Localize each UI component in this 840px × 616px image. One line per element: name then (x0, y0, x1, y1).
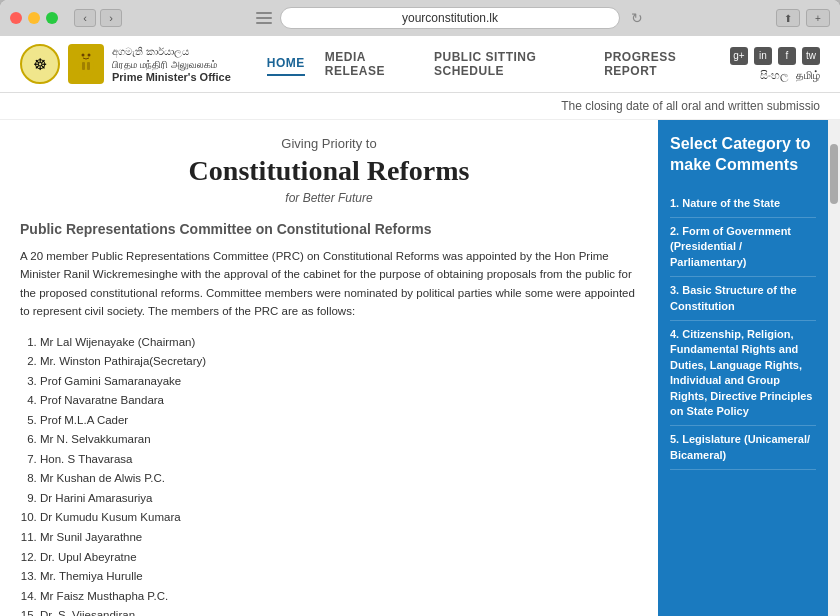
lion-icon (68, 44, 104, 84)
close-button[interactable] (10, 12, 22, 24)
sidebar-category-3[interactable]: 3. Basic Structure of the Constitution (670, 277, 816, 321)
list-item: Dr Harini Amarasuriya (40, 489, 638, 509)
list-item: Mr Lal Wijenayake (Chairman) (40, 333, 638, 353)
sinhala-text-line1: අගමැති කාර්යාලය (112, 45, 231, 58)
nav-home[interactable]: HOME (267, 52, 305, 76)
list-item: Mr. Winston Pathiraja(Secretary) (40, 352, 638, 372)
menu-icon[interactable] (256, 12, 272, 24)
sidebar-category-5[interactable]: 5. Legislature (Unicameral/ Bicameral) (670, 426, 816, 470)
sidebar-category-4[interactable]: 4. Citizenship, Religion, Fundamental Ri… (670, 321, 816, 426)
logo-area: ☸ අගමැති කාර්යාලය பிரதம மந்திரி (20, 44, 231, 84)
language-buttons: සිංහල தமிழ் (760, 69, 820, 82)
page-subtitle: Giving Priority to (20, 136, 638, 151)
social-icons: g+ in f tw (730, 47, 820, 65)
svg-rect-2 (82, 62, 85, 70)
list-item: Dr. Upul Abeyratne (40, 548, 638, 568)
share-button[interactable]: ⬆ (776, 9, 800, 27)
page-title: Constitutional Reforms (20, 155, 638, 187)
announcement-bar: The closing date of all oral and written… (0, 93, 840, 120)
list-item: Hon. S Thavarasa (40, 450, 638, 470)
back-button[interactable]: ‹ (74, 9, 96, 27)
list-item: Dr Kumudu Kusum Kumara (40, 508, 638, 528)
browser-window: ‹ › yourconstitution.lk ↻ ⬆ + ☸ (0, 0, 840, 616)
logo-text: අගමැති කාර්යාලය பிரதம மந்திரி அலுவலகம் P… (112, 45, 231, 83)
website-content: ☸ අගමැති කාර්යාලය பிரதம மந்திரி (0, 36, 840, 616)
list-item: Prof Navaratne Bandara (40, 391, 638, 411)
emblem-icon: ☸ (20, 44, 60, 84)
scrollbar[interactable] (828, 120, 840, 616)
nav-media-release[interactable]: MEDIA RELEASE (325, 46, 414, 82)
lang-tamil-btn[interactable]: தமிழ் (796, 69, 820, 82)
members-list: Mr Lal Wijenayake (Chairman) Mr. Winston… (20, 333, 638, 616)
list-item: Prof Gamini Samaranayake (40, 372, 638, 392)
nav-progress-report[interactable]: PROGRESS REPORT (604, 46, 714, 82)
scrollbar-thumb[interactable] (830, 144, 838, 204)
address-bar[interactable]: yourconstitution.lk (280, 7, 620, 29)
list-item: Mr Faisz Musthapha P.C. (40, 587, 638, 607)
svg-point-4 (82, 54, 85, 57)
sidebar-title: Select Category to make Comments (670, 134, 816, 176)
list-item: Mr Kushan de Alwis P.C. (40, 469, 638, 489)
list-item: Mr Sunil Jayarathne (40, 528, 638, 548)
svg-point-5 (88, 54, 91, 57)
svg-point-1 (79, 49, 93, 63)
section-heading: Public Representations Committee on Cons… (20, 221, 638, 237)
google-plus-icon[interactable]: g+ (730, 47, 748, 65)
list-item: Prof M.L.A Cader (40, 411, 638, 431)
page-tagline: for Better Future (20, 191, 638, 205)
svg-rect-3 (87, 62, 90, 70)
twitter-icon[interactable]: tw (802, 47, 820, 65)
forward-button[interactable]: › (100, 9, 122, 27)
nav-public-sitting[interactable]: PUBLIC SITTING SCHEDULE (434, 46, 584, 82)
lang-sinhala-btn[interactable]: සිංහල (760, 69, 788, 82)
browser-titlebar: ‹ › yourconstitution.lk ↻ ⬆ + (0, 0, 840, 36)
category-sidebar: Select Category to make Comments 1. Natu… (658, 120, 828, 616)
content-area: Giving Priority to Constitutional Reform… (0, 120, 658, 616)
list-item: Mr. Themiya Hurulle (40, 567, 638, 587)
new-tab-button[interactable]: + (806, 9, 830, 27)
announcement-text: The closing date of all oral and written… (561, 99, 820, 113)
address-bar-container: yourconstitution.lk ↻ (130, 7, 768, 29)
tamil-text-line2: பிரதம மந்திரி அலுவலகம் (112, 58, 231, 71)
intro-text: A 20 member Public Representations Commi… (20, 247, 638, 321)
refresh-button[interactable]: ↻ (628, 10, 646, 26)
list-item: Dr. S. Vijesandiran (40, 606, 638, 616)
nav-menu: HOME MEDIA RELEASE PUBLIC SITTING SCHEDU… (267, 46, 714, 82)
sidebar-category-1[interactable]: 1. Nature of the State (670, 190, 816, 218)
browser-actions: ⬆ + (776, 9, 830, 27)
sidebar-category-2[interactable]: 2. Form of Government (Presidential / Pa… (670, 218, 816, 277)
linkedin-icon[interactable]: in (754, 47, 772, 65)
site-header: ☸ අගමැති කාර්යාලය பிரதம மந்திரி (0, 36, 840, 93)
facebook-icon[interactable]: f (778, 47, 796, 65)
office-name: Prime Minister's Office (112, 71, 231, 83)
main-content: Giving Priority to Constitutional Reform… (0, 120, 840, 616)
traffic-lights (10, 12, 58, 24)
maximize-button[interactable] (46, 12, 58, 24)
nav-buttons: ‹ › (74, 9, 122, 27)
nav-right: g+ in f tw සිංහල தமிழ் (730, 47, 820, 82)
list-item: Mr N. Selvakkumaran (40, 430, 638, 450)
minimize-button[interactable] (28, 12, 40, 24)
